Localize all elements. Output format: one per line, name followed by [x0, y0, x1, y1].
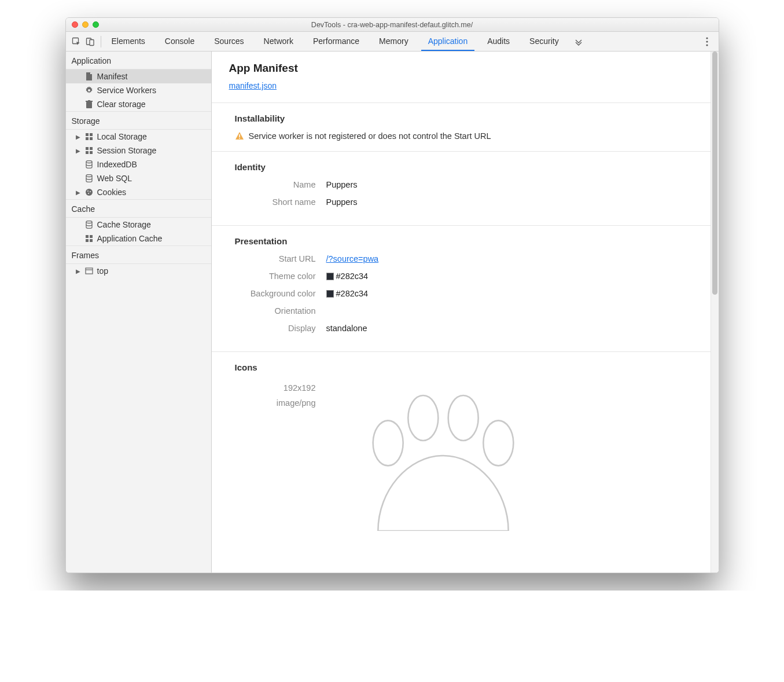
- tab-console[interactable]: Console: [158, 32, 201, 51]
- kv-value: #282c34: [336, 272, 369, 281]
- sidebar-item-top-frame[interactable]: ▶ top: [66, 264, 211, 278]
- sidebar-item-service-workers[interactable]: Service Workers: [66, 83, 211, 97]
- svg-rect-32: [239, 138, 240, 139]
- sidebar-item-session-storage[interactable]: ▶ Session Storage: [66, 144, 211, 157]
- sidebar-item-label: Manifest: [97, 72, 128, 81]
- window-title: DevTools - cra-web-app-manifest-defaut.g…: [311, 21, 473, 29]
- sidebar-item-label: Cache Storage: [97, 220, 151, 229]
- svg-rect-14: [86, 147, 89, 150]
- sidebar-item-application-cache[interactable]: Application Cache: [66, 232, 211, 245]
- grid-icon: [84, 234, 94, 243]
- kv-value: #282c34: [336, 289, 369, 298]
- kv-orientation: Orientation: [235, 306, 701, 316]
- kv-label: Theme color: [235, 272, 316, 281]
- sidebar-item-cache-storage[interactable]: Cache Storage: [66, 218, 211, 232]
- sidebar-item-local-storage[interactable]: ▶ Local Storage: [66, 130, 211, 144]
- tab-network[interactable]: Network: [257, 32, 300, 51]
- tab-application[interactable]: Application: [421, 32, 475, 51]
- kv-label: Display: [235, 324, 316, 333]
- kv-short-name: Short name Puppers: [235, 197, 701, 207]
- kv-label: Start URL: [235, 254, 316, 263]
- sidebar-group-title: Application: [66, 52, 211, 69]
- body: Application Manifest Service Workers: [66, 52, 719, 573]
- svg-rect-7: [86, 102, 92, 108]
- sidebar-item-web-sql[interactable]: Web SQL: [66, 171, 211, 185]
- svg-point-23: [88, 193, 89, 194]
- grid-icon: [84, 132, 94, 141]
- sidebar-group-title: Frames: [66, 245, 211, 264]
- manifest-link-row: manifest.json: [212, 80, 719, 102]
- expand-icon[interactable]: ▶: [75, 134, 81, 140]
- kv-display: Display standalone: [235, 324, 701, 333]
- sidebar-item-label: Cookies: [97, 188, 127, 197]
- expand-icon[interactable]: ▶: [75, 148, 81, 154]
- sidebar-group-frames: Frames ▶ top: [66, 245, 211, 278]
- svg-rect-9: [88, 100, 90, 101]
- expand-icon[interactable]: ▶: [75, 268, 81, 274]
- database-icon: [84, 160, 94, 169]
- page-title: App Manifest: [212, 62, 719, 80]
- svg-point-20: [86, 189, 93, 196]
- warning-icon: [235, 131, 244, 141]
- sidebar-group-cache: Cache Cache Storage Application Cache: [66, 199, 211, 245]
- close-icon[interactable]: [72, 21, 78, 28]
- section-icons: Icons 192x192 image/png: [212, 351, 719, 541]
- svg-rect-27: [86, 239, 89, 242]
- icon-meta: 192x192 image/png: [235, 380, 316, 410]
- start-url-link[interactable]: /?source=pwa: [326, 254, 379, 263]
- svg-point-4: [706, 41, 708, 42]
- frame-icon: [84, 266, 94, 276]
- icon-mime: image/png: [235, 395, 316, 410]
- svg-rect-17: [90, 151, 93, 154]
- svg-rect-16: [86, 151, 89, 154]
- section-installability: Installability Service worker is not reg…: [212, 102, 719, 151]
- warning-text: Service worker is not registered or does…: [249, 131, 491, 141]
- svg-point-33: [373, 420, 403, 465]
- svg-rect-13: [90, 137, 93, 140]
- sidebar-item-indexeddb[interactable]: IndexedDB: [66, 157, 211, 171]
- tab-audits[interactable]: Audits: [480, 32, 517, 51]
- sidebar-item-manifest[interactable]: Manifest: [66, 69, 211, 83]
- sidebar-group-title: Storage: [66, 111, 211, 130]
- panel-tabs: Elements Console Sources Network Perform…: [105, 32, 566, 51]
- scrollbar-thumb[interactable]: [712, 52, 717, 295]
- manifest-link[interactable]: manifest.json: [229, 81, 277, 90]
- scrollbar[interactable]: [711, 52, 719, 573]
- section-identity: Identity Name Puppers Short name Puppers: [212, 151, 719, 225]
- sidebar-item-clear-storage[interactable]: Clear storage: [66, 97, 211, 111]
- tab-memory[interactable]: Memory: [372, 32, 415, 51]
- inspect-element-icon[interactable]: [69, 35, 83, 49]
- section-heading: Identity: [235, 162, 701, 172]
- svg-rect-8: [86, 101, 93, 102]
- kv-value: standalone: [326, 324, 367, 333]
- svg-point-6: [88, 89, 90, 91]
- svg-rect-11: [90, 133, 93, 136]
- svg-rect-15: [90, 147, 93, 150]
- svg-point-34: [408, 395, 438, 441]
- svg-point-19: [86, 175, 92, 177]
- kv-label: Short name: [235, 197, 316, 207]
- kv-label: Orientation: [235, 306, 316, 316]
- svg-point-18: [86, 161, 92, 163]
- kebab-menu-icon[interactable]: [699, 34, 715, 50]
- svg-rect-26: [90, 235, 93, 238]
- toolbar: Elements Console Sources Network Perform…: [66, 32, 719, 52]
- tab-elements[interactable]: Elements: [105, 32, 152, 51]
- tab-performance[interactable]: Performance: [306, 32, 366, 51]
- svg-point-35: [448, 395, 478, 441]
- device-toolbar-icon[interactable]: [83, 35, 97, 49]
- expand-icon[interactable]: ▶: [75, 189, 81, 196]
- svg-rect-29: [86, 268, 93, 274]
- main-panel: App Manifest manifest.json Installabilit…: [212, 52, 719, 573]
- tab-security[interactable]: Security: [522, 32, 566, 51]
- sidebar-item-label: Service Workers: [97, 86, 156, 95]
- maximize-icon[interactable]: [93, 21, 99, 28]
- app-icon-preview: [327, 380, 559, 531]
- color-swatch: [326, 290, 334, 298]
- section-heading: Presentation: [235, 236, 701, 246]
- more-tabs-icon[interactable]: [570, 34, 587, 50]
- tab-sources[interactable]: Sources: [207, 32, 251, 51]
- minimize-icon[interactable]: [82, 21, 89, 28]
- section-presentation: Presentation Start URL /?source=pwa Them…: [212, 225, 719, 351]
- sidebar-item-cookies[interactable]: ▶ Cookies: [66, 185, 211, 199]
